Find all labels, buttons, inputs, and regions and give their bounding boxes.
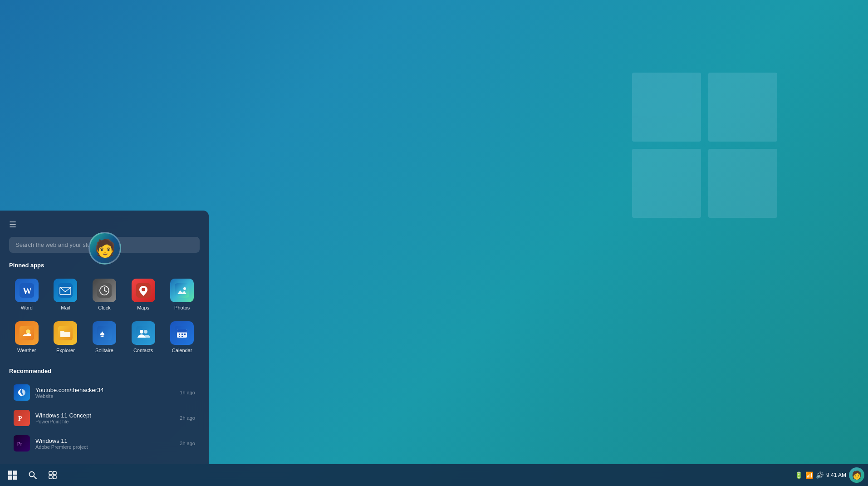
rec-ppt[interactable]: P Windows 11 Concept PowerPoint file 2h … bbox=[9, 406, 200, 430]
svg-rect-45 bbox=[53, 476, 56, 479]
taskbar-right: 🔋 📶 🔊 9:41 AM 🧑 bbox=[795, 467, 864, 483]
rec-ppt-subtitle: PowerPoint file bbox=[35, 419, 174, 424]
contacts-label: Contacts bbox=[133, 348, 153, 353]
photos-label: Photos bbox=[174, 305, 190, 310]
pinned-grid: W Word Mail Clock bbox=[9, 275, 200, 357]
battery-icon: 🔋 bbox=[795, 471, 803, 479]
svg-text:W: W bbox=[23, 286, 32, 296]
rec-youtube-info: Youtube.com/thehacker34 Website bbox=[35, 387, 174, 399]
app-contacts[interactable]: Contacts bbox=[126, 318, 161, 357]
powerpoint-icon: P bbox=[14, 410, 30, 426]
windows-logo-cell bbox=[708, 73, 777, 142]
windows-logo-cell bbox=[708, 149, 777, 218]
svg-rect-44 bbox=[49, 476, 52, 479]
rec-youtube-title: Youtube.com/thehacker34 bbox=[35, 387, 174, 393]
volume-icon: 🔊 bbox=[816, 471, 824, 479]
svg-point-19 bbox=[140, 330, 143, 334]
clock-label: Clock bbox=[98, 305, 111, 310]
svg-rect-37 bbox=[13, 471, 17, 475]
svg-point-8 bbox=[104, 290, 105, 291]
svg-line-41 bbox=[34, 476, 36, 479]
svg-rect-42 bbox=[49, 471, 52, 475]
taskbar-time: 9:41 AM bbox=[826, 471, 846, 479]
rec-youtube[interactable]: Youtube.com/thehacker34 Website 1h ago bbox=[9, 381, 200, 404]
svg-rect-29 bbox=[181, 336, 183, 337]
rec-ppt-title: Windows 11 Concept bbox=[35, 412, 174, 419]
rec-premiere-title: Windows 11 bbox=[35, 437, 174, 444]
app-weather[interactable]: Weather bbox=[9, 318, 44, 357]
svg-text:Pr: Pr bbox=[17, 442, 22, 447]
rec-premiere[interactable]: Pr Windows 11 Adobe Premiere project 3h … bbox=[9, 432, 200, 455]
svg-rect-2 bbox=[58, 283, 73, 298]
premiere-icon: Pr bbox=[14, 435, 30, 452]
app-solitaire[interactable]: ♠ Solitaire bbox=[87, 318, 122, 357]
rec-premiere-time: 3h ago bbox=[180, 441, 195, 446]
maps-icon bbox=[132, 279, 155, 302]
taskbar-avatar[interactable]: 🧑 bbox=[849, 467, 864, 483]
svg-text:P: P bbox=[18, 415, 22, 422]
calendar-icon bbox=[170, 321, 194, 345]
taskbar: 🔋 📶 🔊 9:41 AM 🧑 bbox=[0, 464, 868, 486]
svg-rect-39 bbox=[13, 476, 17, 480]
svg-rect-23 bbox=[177, 329, 187, 332]
app-word[interactable]: W Word bbox=[9, 275, 44, 314]
word-label: Word bbox=[21, 305, 33, 310]
rec-premiere-info: Windows 11 Adobe Premiere project bbox=[35, 437, 174, 450]
svg-point-10 bbox=[142, 288, 145, 291]
taskbar-search-button[interactable] bbox=[24, 466, 42, 484]
desktop: 🧑 ☰ Pinned apps W Word Mail bbox=[0, 0, 868, 486]
windows-logo-cell bbox=[632, 149, 701, 218]
rec-youtube-time: 1h ago bbox=[180, 390, 195, 395]
contacts-icon bbox=[132, 321, 155, 345]
recommended-list: Youtube.com/thehacker34 Website 1h ago P… bbox=[9, 381, 200, 455]
user-avatar[interactable]: 🧑 bbox=[88, 232, 121, 265]
app-calendar[interactable]: Calendar bbox=[164, 318, 200, 357]
svg-rect-18 bbox=[136, 326, 151, 340]
maps-label: Maps bbox=[137, 305, 149, 310]
edge-icon bbox=[14, 384, 30, 401]
app-explorer[interactable]: Explorer bbox=[48, 318, 83, 357]
network-icon: 📶 bbox=[805, 471, 813, 479]
photos-icon bbox=[170, 279, 194, 302]
start-button[interactable] bbox=[4, 466, 22, 484]
rec-ppt-info: Windows 11 Concept PowerPoint file bbox=[35, 412, 174, 424]
mail-icon bbox=[54, 279, 77, 302]
windows-logo-cell bbox=[632, 73, 701, 142]
solitaire-icon: ♠ bbox=[93, 321, 116, 345]
user-avatar-container: 🧑 bbox=[88, 232, 121, 265]
clock-icon bbox=[93, 279, 116, 302]
explorer-label: Explorer bbox=[56, 348, 75, 353]
svg-point-12 bbox=[183, 287, 186, 290]
mail-label: Mail bbox=[61, 305, 70, 310]
rec-ppt-time: 2h ago bbox=[180, 415, 195, 421]
menu-header: ☰ bbox=[9, 220, 200, 230]
weather-label: Weather bbox=[17, 348, 36, 353]
svg-point-20 bbox=[144, 330, 147, 334]
svg-rect-38 bbox=[8, 476, 12, 480]
svg-rect-25 bbox=[179, 334, 180, 335]
rec-youtube-subtitle: Website bbox=[35, 393, 174, 399]
svg-rect-28 bbox=[179, 336, 180, 337]
solitaire-label: Solitaire bbox=[95, 348, 113, 353]
svg-rect-43 bbox=[53, 471, 56, 475]
taskbar-widgets-button[interactable] bbox=[44, 466, 62, 484]
explorer-icon bbox=[54, 321, 77, 345]
app-mail[interactable]: Mail bbox=[48, 275, 83, 314]
app-maps[interactable]: Maps bbox=[126, 275, 161, 314]
svg-rect-26 bbox=[181, 334, 183, 335]
calendar-label: Calendar bbox=[172, 348, 192, 353]
svg-text:♠: ♠ bbox=[100, 329, 105, 339]
word-icon: W bbox=[15, 279, 39, 302]
taskbar-system-icons: 🔋 📶 🔊 bbox=[795, 471, 824, 479]
hamburger-icon[interactable]: ☰ bbox=[9, 220, 16, 230]
windows-logo bbox=[632, 73, 777, 218]
taskbar-left bbox=[4, 466, 62, 484]
rec-premiere-subtitle: Adobe Premiere project bbox=[35, 444, 174, 450]
app-clock[interactable]: Clock bbox=[87, 275, 122, 314]
weather-icon bbox=[15, 321, 39, 345]
svg-rect-11 bbox=[175, 283, 189, 298]
app-photos[interactable]: Photos bbox=[164, 275, 200, 314]
recommended-title: Recommended bbox=[9, 368, 200, 374]
svg-rect-36 bbox=[8, 471, 12, 475]
svg-rect-27 bbox=[184, 334, 186, 335]
